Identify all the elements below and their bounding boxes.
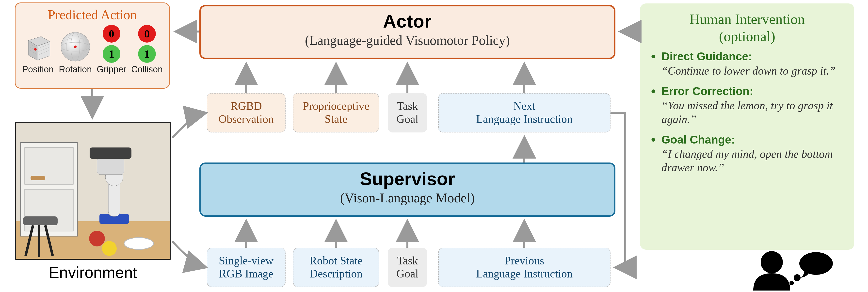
supervisor-panel: Supervisor (Vison-Language Model) bbox=[199, 163, 615, 217]
svg-point-33 bbox=[102, 241, 117, 256]
svg-rect-27 bbox=[90, 147, 131, 159]
svg-rect-26 bbox=[97, 157, 124, 175]
svg-point-15 bbox=[74, 46, 76, 48]
svg-point-36 bbox=[799, 252, 833, 275]
position-cell: Position bbox=[22, 31, 54, 75]
robot-state-text: Robot StateDescription bbox=[309, 254, 363, 281]
actor-task-goal-box: TaskGoal bbox=[388, 93, 427, 133]
actor-subtitle: (Language-guided Visuomotor Policy) bbox=[201, 33, 614, 48]
single-view-text: Single-viewRGB Image bbox=[219, 254, 274, 281]
collision-badge-1: 1 bbox=[138, 45, 156, 63]
svg-point-9 bbox=[34, 48, 36, 51]
gripper-badge-1: 1 bbox=[103, 45, 120, 63]
environment-image bbox=[15, 122, 171, 260]
predicted-action-title: Predicted Action bbox=[20, 7, 165, 22]
rgbd-text: RGBDObservation bbox=[219, 100, 274, 126]
item-head: Error Correction: bbox=[661, 84, 845, 98]
cube-icon bbox=[22, 31, 54, 63]
actor-task-goal-text: TaskGoal bbox=[396, 100, 418, 126]
next-instr-box: NextLanguage Instruction bbox=[438, 93, 611, 133]
sup-task-goal-text: TaskGoal bbox=[396, 254, 418, 281]
item-head: Goal Change: bbox=[661, 133, 845, 146]
item-head: Direct Guidance: bbox=[661, 50, 845, 63]
rgbd-box: RGBDObservation bbox=[207, 93, 285, 133]
gripper-badge-0: 0 bbox=[103, 25, 120, 42]
svg-rect-28 bbox=[23, 216, 58, 225]
predicted-action-panel: Predicted Action Position bbox=[15, 2, 170, 89]
gripper-cell: 0 1 Gripper bbox=[97, 25, 126, 75]
list-item: Error Correction: “You missed the lemon,… bbox=[649, 84, 845, 126]
collision-cell: 0 1 Collison bbox=[131, 25, 163, 75]
human-title: Human Intervention(optional) bbox=[649, 10, 845, 45]
supervisor-subtitle: (Vison-Language Model) bbox=[201, 190, 614, 206]
human-intervention-panel: Human Intervention(optional) Direct Guid… bbox=[640, 3, 854, 250]
gripper-label: Gripper bbox=[97, 64, 126, 75]
robot-state-box: Robot StateDescription bbox=[293, 248, 379, 287]
sup-task-goal-box: TaskGoal bbox=[388, 248, 427, 287]
actor-title: Actor bbox=[201, 11, 614, 32]
environment-label: Environment bbox=[15, 263, 171, 282]
svg-point-38 bbox=[789, 281, 794, 285]
sphere-icon bbox=[59, 31, 91, 63]
proprio-text: ProprioceptiveState bbox=[303, 100, 370, 126]
prev-instr-box: PreviousLanguage Instruction bbox=[438, 248, 611, 287]
next-instr-text: NextLanguage Instruction bbox=[476, 100, 572, 126]
rotation-cell: Rotation bbox=[59, 31, 92, 75]
prev-instr-text: PreviousLanguage Instruction bbox=[476, 254, 572, 281]
single-view-box: Single-viewRGB Image bbox=[207, 248, 285, 287]
position-label: Position bbox=[22, 64, 54, 75]
actor-panel: Actor (Language-guided Visuomotor Policy… bbox=[199, 5, 615, 59]
item-body: “I changed my mind, open the bottom draw… bbox=[661, 147, 845, 174]
predicted-action-row: Position Rotation 0 1 Gripper bbox=[20, 25, 165, 75]
item-body: “You missed the lemon, try to grasp it a… bbox=[661, 99, 845, 126]
svg-rect-21 bbox=[31, 176, 45, 180]
human-list: Direct Guidance: “Continue to lower down… bbox=[649, 50, 845, 174]
svg-point-35 bbox=[761, 251, 783, 273]
rotation-label: Rotation bbox=[59, 64, 92, 75]
svg-point-32 bbox=[89, 231, 105, 246]
human-icon bbox=[743, 249, 837, 291]
collision-badge-0: 0 bbox=[138, 25, 156, 42]
list-item: Direct Guidance: “Continue to lower down… bbox=[649, 50, 845, 78]
collision-label: Collison bbox=[131, 64, 163, 75]
supervisor-title: Supervisor bbox=[201, 168, 614, 189]
svg-point-34 bbox=[124, 238, 154, 250]
list-item: Goal Change: “I changed my mind, open th… bbox=[649, 133, 845, 174]
item-body: “Continue to lower down to grasp it.” bbox=[661, 64, 845, 78]
proprio-box: ProprioceptiveState bbox=[293, 93, 379, 133]
svg-point-37 bbox=[794, 274, 801, 281]
